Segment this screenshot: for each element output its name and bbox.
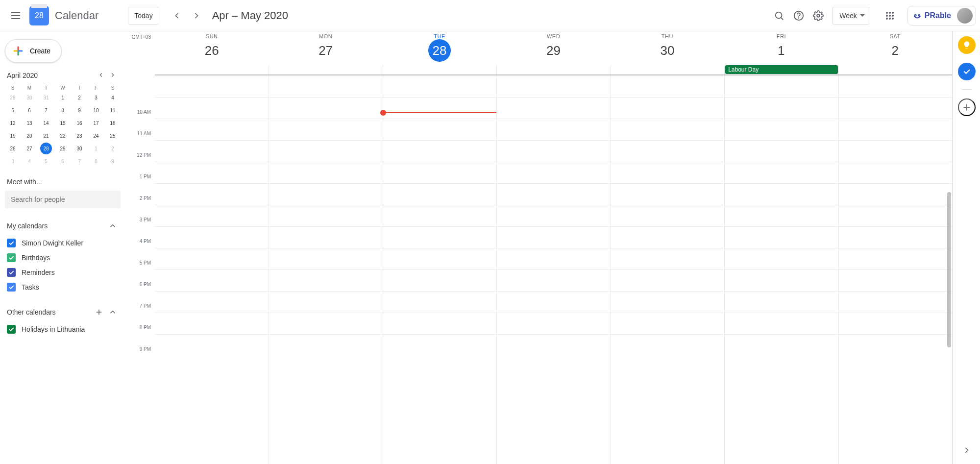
today-button[interactable]: Today bbox=[128, 7, 159, 24]
mini-prev-month-button[interactable] bbox=[95, 70, 107, 81]
day-number[interactable]: 26 bbox=[200, 39, 223, 62]
mini-day-cell[interactable]: 9 bbox=[107, 155, 119, 167]
mini-day-cell[interactable]: 24 bbox=[90, 130, 102, 142]
mini-day-cell[interactable]: 28 bbox=[40, 143, 52, 154]
tasks-button[interactable] bbox=[958, 63, 976, 80]
mini-day-cell[interactable]: 17 bbox=[90, 117, 102, 129]
day-column[interactable] bbox=[269, 75, 382, 464]
mini-day-cell[interactable]: 18 bbox=[107, 117, 119, 129]
mini-day-cell[interactable]: 30 bbox=[74, 143, 85, 154]
mini-day-cell[interactable]: 15 bbox=[57, 117, 69, 129]
mini-day-cell[interactable]: 1 bbox=[57, 92, 69, 103]
mini-day-cell[interactable]: 6 bbox=[24, 104, 35, 116]
calendar-checkbox[interactable] bbox=[7, 253, 16, 262]
day-header[interactable]: SAT2 bbox=[838, 33, 952, 62]
mini-day-cell[interactable]: 9 bbox=[74, 104, 85, 116]
mini-day-cell[interactable]: 7 bbox=[74, 155, 85, 167]
add-other-calendar-button[interactable] bbox=[93, 306, 105, 318]
collapse-other-calendars-button[interactable] bbox=[107, 306, 119, 318]
other-calendars-header[interactable]: Other calendars bbox=[5, 306, 121, 318]
allday-cell[interactable]: Labour Day bbox=[724, 65, 838, 74]
mini-day-cell[interactable]: 26 bbox=[7, 143, 19, 154]
day-number[interactable]: 1 bbox=[770, 39, 792, 62]
allday-cell[interactable] bbox=[383, 65, 496, 74]
mini-day-cell[interactable]: 23 bbox=[74, 130, 85, 142]
mini-day-cell[interactable]: 25 bbox=[107, 130, 119, 142]
mini-next-month-button[interactable] bbox=[107, 70, 119, 81]
mini-day-cell[interactable]: 6 bbox=[57, 155, 69, 167]
day-column[interactable] bbox=[496, 75, 610, 464]
mini-day-cell[interactable]: 21 bbox=[40, 130, 52, 142]
mini-day-cell[interactable]: 29 bbox=[7, 92, 19, 103]
calendar-checkbox[interactable] bbox=[7, 239, 16, 247]
add-addon-button[interactable] bbox=[958, 98, 976, 116]
mini-day-cell[interactable]: 3 bbox=[7, 155, 19, 167]
mini-day-cell[interactable]: 29 bbox=[57, 143, 69, 154]
mini-day-cell[interactable]: 2 bbox=[74, 92, 85, 103]
help-button[interactable] bbox=[789, 6, 808, 25]
mini-day-cell[interactable]: 10 bbox=[90, 104, 102, 116]
collapse-my-calendars-button[interactable] bbox=[107, 220, 119, 232]
allday-cell[interactable] bbox=[838, 65, 952, 74]
day-column[interactable] bbox=[611, 75, 724, 464]
calendar-list-item[interactable]: Reminders bbox=[5, 265, 121, 280]
mini-day-cell[interactable]: 12 bbox=[7, 117, 19, 129]
day-header[interactable]: TUE28 bbox=[383, 33, 496, 62]
mini-day-cell[interactable]: 4 bbox=[24, 155, 35, 167]
day-number[interactable]: 30 bbox=[656, 39, 679, 62]
mini-day-cell[interactable]: 30 bbox=[24, 92, 35, 103]
calendar-checkbox[interactable] bbox=[7, 283, 16, 292]
my-calendars-header[interactable]: My calendars bbox=[5, 220, 121, 232]
mini-day-cell[interactable]: 5 bbox=[7, 104, 19, 116]
day-header[interactable]: MON27 bbox=[269, 33, 382, 62]
allday-event[interactable]: Labour Day bbox=[725, 65, 837, 74]
mini-day-cell[interactable]: 5 bbox=[40, 155, 52, 167]
day-column[interactable] bbox=[724, 75, 838, 464]
google-apps-button[interactable] bbox=[880, 6, 900, 25]
day-number[interactable]: 27 bbox=[315, 39, 337, 62]
mini-day-cell[interactable]: 19 bbox=[7, 130, 19, 142]
mini-day-cell[interactable]: 20 bbox=[24, 130, 35, 142]
day-number[interactable]: 29 bbox=[542, 39, 564, 62]
day-header[interactable]: SUN26 bbox=[155, 33, 269, 62]
hide-side-panel-button[interactable] bbox=[958, 441, 976, 459]
mini-day-cell[interactable]: 1 bbox=[90, 143, 102, 154]
mini-day-cell[interactable]: 27 bbox=[24, 143, 35, 154]
mini-day-cell[interactable]: 2 bbox=[107, 143, 119, 154]
mini-day-cell[interactable]: 13 bbox=[24, 117, 35, 129]
calendar-list-item[interactable]: Holidays in Lithuania bbox=[5, 322, 121, 337]
user-avatar[interactable] bbox=[957, 8, 973, 24]
day-number[interactable]: 28 bbox=[428, 39, 451, 62]
calendar-list-item[interactable]: Simon Dwight Keller bbox=[5, 236, 121, 250]
day-header[interactable]: THU30 bbox=[611, 33, 724, 62]
allday-cell[interactable] bbox=[269, 65, 382, 74]
day-column[interactable] bbox=[155, 75, 269, 464]
day-column[interactable] bbox=[383, 75, 496, 464]
day-header[interactable]: FRI1 bbox=[724, 33, 838, 62]
day-column[interactable] bbox=[838, 75, 952, 464]
mini-day-cell[interactable]: 31 bbox=[40, 92, 52, 103]
settings-button[interactable] bbox=[808, 6, 828, 25]
keep-button[interactable] bbox=[958, 36, 976, 54]
allday-cell[interactable] bbox=[496, 65, 610, 74]
prev-period-button[interactable] bbox=[167, 6, 187, 25]
view-switcher[interactable]: Week bbox=[832, 7, 870, 24]
allday-cell[interactable] bbox=[611, 65, 724, 74]
mini-day-cell[interactable]: 22 bbox=[57, 130, 69, 142]
calendar-list-item[interactable]: Tasks bbox=[5, 280, 121, 294]
allday-cell[interactable] bbox=[155, 65, 269, 74]
mini-day-cell[interactable]: 4 bbox=[107, 92, 119, 103]
mini-day-cell[interactable]: 14 bbox=[40, 117, 52, 129]
mini-day-cell[interactable]: 7 bbox=[40, 104, 52, 116]
next-period-button[interactable] bbox=[187, 6, 206, 25]
vertical-scrollbar[interactable] bbox=[946, 75, 952, 464]
brand-chip[interactable]: PRable bbox=[907, 6, 976, 25]
mini-day-cell[interactable]: 8 bbox=[57, 104, 69, 116]
create-button[interactable]: Create bbox=[5, 39, 62, 63]
mini-day-cell[interactable]: 11 bbox=[107, 104, 119, 116]
mini-day-cell[interactable]: 8 bbox=[90, 155, 102, 167]
calendar-checkbox[interactable] bbox=[7, 325, 16, 334]
mini-day-cell[interactable]: 3 bbox=[90, 92, 102, 103]
search-button[interactable] bbox=[769, 6, 789, 25]
calendar-checkbox[interactable] bbox=[7, 268, 16, 277]
